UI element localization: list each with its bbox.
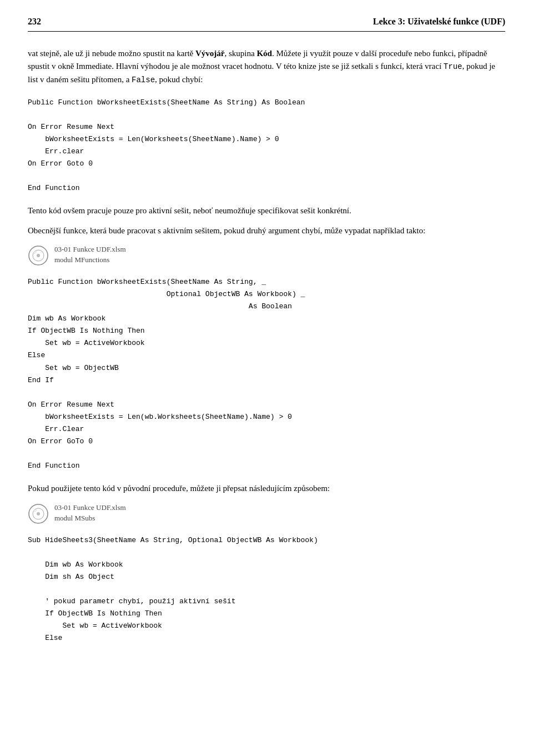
cd-note-1: 03-01 Funkce UDF.xlsm modul MFunctions <box>28 244 505 266</box>
paragraph-2: Tento kód ovšem pracuje pouze pro aktivn… <box>28 204 505 217</box>
cd-icon-2 <box>28 503 49 524</box>
page: 232 Lekce 3: Uživatelské funkce (UDF) va… <box>0 0 533 756</box>
page-number: 232 <box>28 17 41 27</box>
page-header: 232 Lekce 3: Uživatelské funkce (UDF) <box>28 17 505 32</box>
code-block-2: Public Function bWorksheetExists(SheetNa… <box>28 274 505 475</box>
svg-point-3 <box>33 251 37 254</box>
paragraph-3: Obecnější funkce, která bude pracovat s … <box>28 224 505 237</box>
cd-note-2: 03-01 Funkce UDF.xlsm modul MSubs <box>28 502 505 524</box>
code-block-1: Public Function bWorksheetExists(SheetNa… <box>28 94 505 197</box>
svg-point-2 <box>37 254 40 257</box>
paragraph-1: vat stejně, ale už ji nebude možno spust… <box>28 47 505 87</box>
cd-note-2-text: 03-01 Funkce UDF.xlsm modul MSubs <box>54 502 126 524</box>
svg-point-7 <box>33 509 37 512</box>
paragraph-4: Pokud použijete tento kód v původní proc… <box>28 482 505 495</box>
chapter-title: Lekce 3: Uživatelské funkce (UDF) <box>373 17 505 27</box>
cd-icon-1 <box>28 245 49 266</box>
cd-note-1-text: 03-01 Funkce UDF.xlsm modul MFunctions <box>54 244 126 266</box>
svg-point-6 <box>37 512 40 515</box>
code-block-3: Sub HideSheets3(SheetName As String, Opt… <box>28 532 505 647</box>
